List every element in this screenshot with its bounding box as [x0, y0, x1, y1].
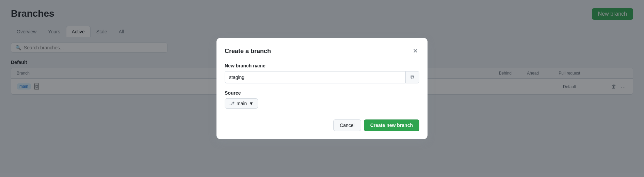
cancel-button[interactable]: Cancel — [333, 119, 361, 131]
create-new-branch-button[interactable]: Create new branch — [364, 119, 419, 131]
new-branch-name-input[interactable] — [225, 71, 405, 83]
modal-title: Create a branch — [225, 48, 271, 55]
modal-footer: Cancel Create new branch — [225, 119, 419, 131]
branch-source-icon: ⎇ — [229, 101, 235, 106]
page-container: Branches New branch Overview Yours Activ… — [0, 0, 644, 177]
branch-name-label: New branch name — [225, 63, 419, 68]
modal-close-button[interactable]: ✕ — [412, 46, 419, 56]
source-label: Source — [225, 90, 419, 96]
copy-branch-value-button[interactable]: ⧉ — [405, 71, 419, 83]
branch-name-row: ⧉ — [225, 71, 419, 83]
source-value: main — [237, 101, 247, 106]
modal-overlay: Create a branch ✕ New branch name ⧉ Sour… — [0, 0, 644, 177]
source-dropdown[interactable]: ⎇ main ▼ — [225, 98, 258, 109]
modal-header: Create a branch ✕ — [225, 46, 419, 56]
chevron-down-icon: ▼ — [249, 101, 254, 106]
create-branch-modal: Create a branch ✕ New branch name ⧉ Sour… — [216, 38, 428, 139]
